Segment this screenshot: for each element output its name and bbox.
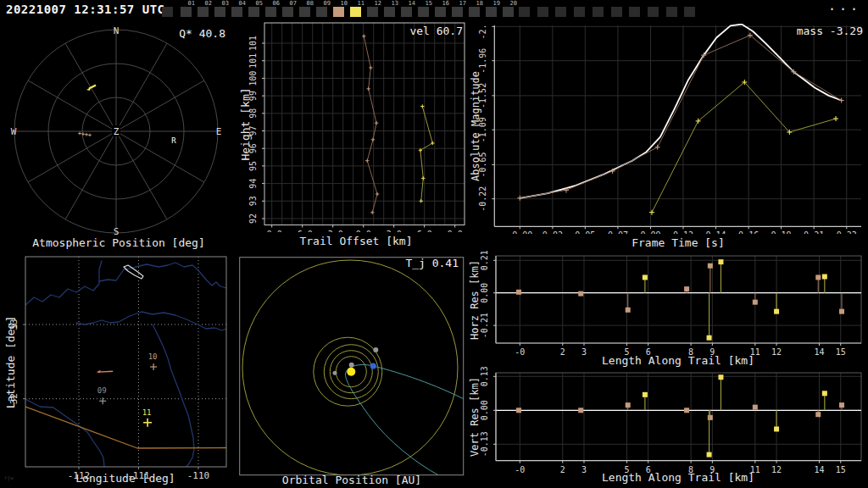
tick-label: 0.21 (804, 230, 824, 234)
stem-marker (578, 291, 583, 297)
earth-dot (370, 363, 376, 369)
horz-xlabel: Length Along Trail [km] (551, 354, 805, 367)
tick-label: 0.21 (480, 250, 489, 270)
river-line (25, 261, 102, 305)
frame-cell-11[interactable]: 11 (350, 0, 363, 19)
frame-number: 09 (324, 0, 331, 7)
frame-cell-20[interactable]: 20 (503, 0, 515, 19)
frame-cell-03[interactable]: 03 (214, 0, 227, 19)
sun-dot (347, 368, 355, 376)
tick-label: 0.00 (480, 400, 489, 420)
tick-label: 0.00 (480, 283, 489, 303)
panel-atmospheric-position: NSEWZR (0, 24, 237, 236)
frame-number: 08 (307, 0, 314, 7)
frame-cell[interactable] (519, 0, 531, 19)
frame-number: 20 (510, 0, 517, 7)
frame-cell[interactable] (537, 0, 550, 19)
stem-marker (708, 263, 713, 269)
tick-label: -0 (515, 347, 525, 357)
tick-label: 0.16 (738, 230, 759, 234)
mercury-dot (333, 371, 337, 375)
frame-cell-08[interactable]: 08 (299, 0, 312, 19)
frame-cell-17[interactable]: 17 (452, 0, 465, 19)
tick-label: 14 (814, 465, 824, 474)
frame-cell[interactable] (574, 0, 587, 19)
tick-label: 0.13 (480, 366, 489, 386)
frame-box (248, 7, 259, 17)
stem-marker (774, 309, 779, 314)
stem-marker (839, 402, 844, 408)
river-line (153, 324, 194, 467)
frame-cell[interactable] (684, 0, 697, 19)
frame-cell-01[interactable]: 01 (181, 0, 193, 19)
tick-label: -3.0 (323, 230, 343, 233)
frame-box (629, 7, 640, 17)
frame-cell-09[interactable]: 09 (316, 0, 329, 19)
frame-cell-07[interactable]: 07 (282, 0, 295, 19)
frame-number: 11 (358, 0, 364, 7)
frame-cell-04[interactable]: 04 (231, 0, 244, 19)
mag-ylabel: Absolute Magnitude (470, 50, 481, 202)
frame-number: 03 (222, 0, 229, 7)
tick-label: 3.0 (387, 230, 402, 233)
frame-cell[interactable] (162, 0, 175, 19)
tick-label: 0.09 (640, 230, 660, 234)
tick-label: 101 (248, 36, 258, 51)
vert-ylabel: Vert Res [km] (469, 358, 481, 476)
horz-ylabel: Horz Res [km] (469, 241, 481, 359)
frame-cell[interactable] (611, 0, 624, 19)
frame-cell-14[interactable]: 14 (401, 0, 414, 19)
series-station-11 (420, 107, 432, 202)
tick-label: -6.0 (292, 230, 313, 233)
stem-marker (626, 402, 631, 408)
tick-label: -0.00 (507, 230, 532, 234)
frame-box (367, 7, 378, 17)
frame-cell[interactable] (666, 0, 679, 19)
frame-cell-16[interactable]: 16 (435, 0, 448, 19)
frame-cell-12[interactable]: 12 (367, 0, 380, 19)
tick-label: 0.19 (771, 230, 792, 234)
frame-cell[interactable] (629, 0, 642, 19)
frame-number: 04 (239, 0, 246, 7)
tick-label: -9.0 (262, 230, 282, 233)
meteor-streak-arrowhead (86, 87, 91, 91)
frame-cell-15[interactable]: 15 (418, 0, 431, 19)
menu-ellipsis[interactable]: ... (828, 0, 861, 14)
tick-label: -2.39 (478, 24, 487, 39)
plot-frame (25, 257, 226, 467)
stem-marker (718, 374, 723, 380)
mag-annotation: mass -3.29 (636, 25, 863, 37)
tick-label: 0.12 (673, 230, 693, 234)
frame-cell-19[interactable]: 19 (486, 0, 498, 19)
stem-marker (822, 391, 827, 396)
frame-cell-02[interactable]: 02 (198, 0, 210, 19)
frame-box (435, 7, 446, 17)
frame-cell[interactable] (648, 0, 660, 19)
frame-cell[interactable] (555, 0, 568, 19)
frame-cell-13[interactable]: 13 (384, 0, 397, 19)
frame-box (299, 7, 310, 17)
station-marker-label: 09 (97, 386, 107, 395)
tick-label: 15 (836, 347, 846, 357)
frame-cell-05[interactable]: 05 (248, 0, 261, 19)
frame-number: 18 (476, 0, 483, 7)
stem-marker (815, 274, 821, 280)
height-ylabel: Height [km] (239, 65, 252, 184)
river-line (99, 263, 226, 288)
river-line (76, 312, 226, 330)
frame-cell-18[interactable]: 18 (469, 0, 481, 19)
frame-number: 14 (409, 0, 415, 7)
tick-label: 0.05 (575, 230, 595, 234)
stem-marker (707, 336, 712, 341)
frame-box (666, 7, 677, 17)
frame-box (265, 7, 276, 17)
stem-marker (753, 300, 758, 305)
frame-cell-06[interactable]: 06 (265, 0, 278, 19)
panel-vert-residuals: -0235689111214150.130.00-0.13 (466, 366, 868, 474)
frame-cell-10[interactable]: 10 (333, 0, 346, 19)
mars-dot (373, 347, 378, 352)
tick-label: 0.23 (837, 230, 857, 234)
frame-box (593, 7, 604, 17)
plot-frame (496, 373, 861, 461)
frame-cell[interactable] (593, 0, 605, 19)
